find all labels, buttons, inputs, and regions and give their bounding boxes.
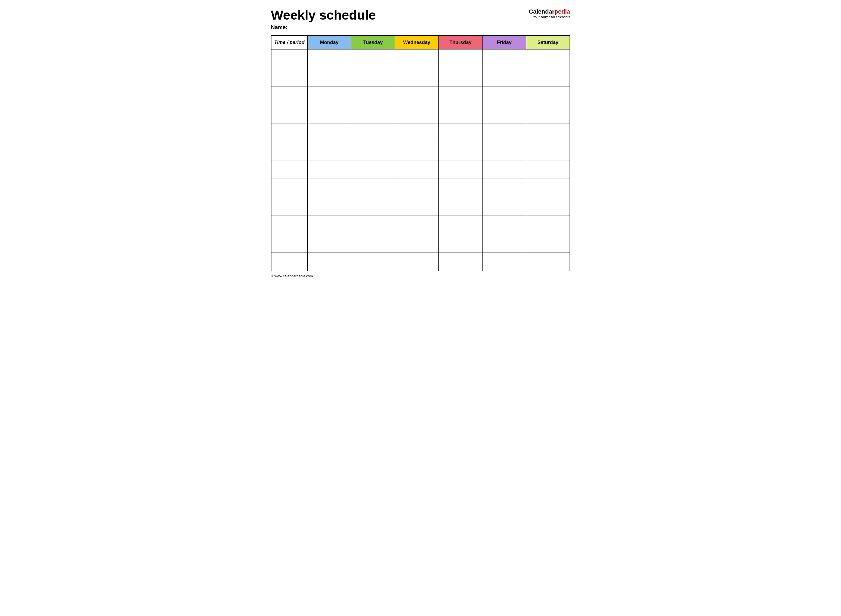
schedule-cell[interactable] — [482, 86, 526, 105]
table-row — [271, 179, 570, 197]
schedule-cell[interactable] — [439, 49, 482, 68]
col-header-friday: Friday — [482, 36, 526, 50]
schedule-cell[interactable] — [351, 216, 395, 234]
schedule-cell[interactable] — [526, 142, 570, 160]
table-body — [271, 49, 570, 271]
schedule-cell[interactable] — [526, 179, 570, 197]
footer-url: © www.calendarpedia.com — [271, 274, 313, 278]
schedule-table: Time / period Monday Tuesday Wednesday T… — [271, 35, 570, 271]
schedule-cell[interactable] — [351, 105, 395, 123]
schedule-cell[interactable] — [526, 49, 570, 68]
schedule-cell[interactable] — [307, 142, 351, 160]
schedule-cell[interactable] — [351, 160, 395, 179]
schedule-cell[interactable] — [439, 160, 482, 179]
schedule-cell[interactable] — [395, 216, 439, 234]
schedule-cell[interactable] — [526, 197, 570, 216]
time-cell[interactable] — [271, 160, 307, 179]
schedule-cell[interactable] — [439, 197, 482, 216]
schedule-cell[interactable] — [307, 86, 351, 105]
schedule-cell[interactable] — [482, 160, 526, 179]
schedule-cell[interactable] — [482, 216, 526, 234]
table-row — [271, 234, 570, 252]
brand-tagline: Your source for calendars — [533, 15, 570, 19]
schedule-cell[interactable] — [307, 216, 351, 234]
schedule-cell[interactable] — [395, 197, 439, 216]
schedule-cell[interactable] — [482, 197, 526, 216]
schedule-cell[interactable] — [482, 49, 526, 68]
schedule-cell[interactable] — [439, 105, 482, 123]
table-header: Time / period Monday Tuesday Wednesday T… — [271, 36, 570, 50]
schedule-cell[interactable] — [351, 68, 395, 86]
schedule-cell[interactable] — [351, 86, 395, 105]
schedule-cell[interactable] — [439, 68, 482, 86]
schedule-cell[interactable] — [351, 234, 395, 252]
schedule-cell[interactable] — [307, 234, 351, 252]
schedule-cell[interactable] — [526, 123, 570, 142]
schedule-cell[interactable] — [351, 142, 395, 160]
schedule-cell[interactable] — [482, 123, 526, 142]
schedule-cell[interactable] — [307, 179, 351, 197]
schedule-cell[interactable] — [307, 105, 351, 123]
schedule-cell[interactable] — [351, 179, 395, 197]
time-cell[interactable] — [271, 234, 307, 252]
schedule-cell[interactable] — [439, 179, 482, 197]
schedule-cell[interactable] — [439, 123, 482, 142]
schedule-cell[interactable] — [351, 197, 395, 216]
schedule-cell[interactable] — [395, 252, 439, 271]
schedule-cell[interactable] — [482, 252, 526, 271]
time-cell[interactable] — [271, 216, 307, 234]
time-cell[interactable] — [271, 179, 307, 197]
schedule-cell[interactable] — [307, 49, 351, 68]
schedule-cell[interactable] — [395, 234, 439, 252]
schedule-cell[interactable] — [526, 160, 570, 179]
brand-part1: Calendar — [529, 8, 554, 15]
schedule-cell[interactable] — [439, 252, 482, 271]
schedule-cell[interactable] — [482, 234, 526, 252]
schedule-cell[interactable] — [439, 86, 482, 105]
schedule-cell[interactable] — [439, 216, 482, 234]
schedule-cell[interactable] — [482, 68, 526, 86]
col-header-monday: Monday — [307, 36, 351, 50]
schedule-cell[interactable] — [395, 68, 439, 86]
time-cell[interactable] — [271, 123, 307, 142]
schedule-cell[interactable] — [395, 49, 439, 68]
schedule-cell[interactable] — [526, 105, 570, 123]
schedule-cell[interactable] — [526, 68, 570, 86]
time-cell[interactable] — [271, 86, 307, 105]
time-cell[interactable] — [271, 105, 307, 123]
schedule-cell[interactable] — [439, 234, 482, 252]
time-cell[interactable] — [271, 49, 307, 68]
time-cell[interactable] — [271, 142, 307, 160]
schedule-cell[interactable] — [307, 68, 351, 86]
schedule-cell[interactable] — [526, 234, 570, 252]
schedule-cell[interactable] — [307, 123, 351, 142]
schedule-cell[interactable] — [395, 142, 439, 160]
schedule-cell[interactable] — [351, 252, 395, 271]
page-wrapper: Weekly schedule Name: Calendarpedia Your… — [271, 8, 570, 278]
schedule-cell[interactable] — [395, 160, 439, 179]
schedule-cell[interactable] — [395, 105, 439, 123]
schedule-cell[interactable] — [307, 160, 351, 179]
brand-part2: pedia — [554, 8, 570, 15]
schedule-cell[interactable] — [526, 86, 570, 105]
schedule-cell[interactable] — [395, 86, 439, 105]
col-header-time: Time / period — [271, 36, 307, 50]
schedule-cell[interactable] — [482, 142, 526, 160]
schedule-cell[interactable] — [307, 197, 351, 216]
schedule-cell[interactable] — [482, 179, 526, 197]
schedule-cell[interactable] — [439, 142, 482, 160]
schedule-cell[interactable] — [526, 252, 570, 271]
schedule-cell[interactable] — [307, 252, 351, 271]
schedule-cell[interactable] — [482, 105, 526, 123]
schedule-cell[interactable] — [351, 123, 395, 142]
schedule-cell[interactable] — [351, 49, 395, 68]
schedule-cell[interactable] — [526, 216, 570, 234]
time-cell[interactable] — [271, 252, 307, 271]
time-cell[interactable] — [271, 197, 307, 216]
table-row — [271, 142, 570, 160]
schedule-cell[interactable] — [395, 123, 439, 142]
schedule-cell[interactable] — [395, 179, 439, 197]
col-header-tuesday: Tuesday — [351, 36, 395, 50]
time-cell[interactable] — [271, 68, 307, 86]
table-row — [271, 160, 570, 179]
